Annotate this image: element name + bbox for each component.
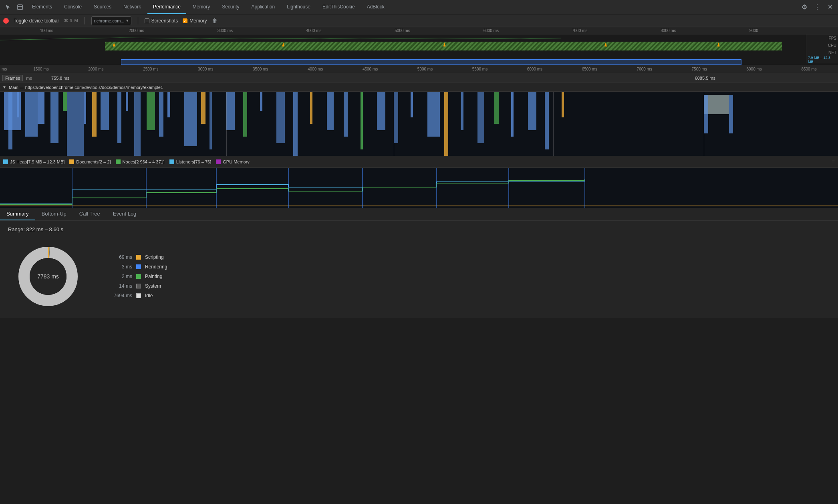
tab-network[interactable]: Network [118, 0, 147, 14]
main-thread-canvas[interactable] [0, 92, 838, 156]
legend-gpu-memory[interactable]: GPU Memory [216, 159, 250, 164]
legend-listeners[interactable]: Listeners[76 – 76] [169, 159, 211, 164]
tick-7000: 7000 ms [572, 28, 661, 33]
tab-security[interactable]: Security [216, 0, 245, 14]
rendering-label: Rendering [145, 264, 167, 270]
tab-console[interactable]: Console [58, 0, 87, 14]
url-display[interactable]: r.chrome.com... ▾ [91, 16, 131, 25]
documents-label: Documents[2 – 2] [76, 159, 111, 164]
toggle-device-label: Toggle device toolbar [14, 18, 59, 24]
performance-toolbar: Toggle device toolbar ⌘ ⇧ M r.chrome.com… [0, 14, 838, 27]
tick-6000: 6000 ms [483, 28, 572, 33]
tab-adblock[interactable]: AdBlock [361, 0, 390, 14]
screenshots-checkbox-label[interactable]: Screenshots [145, 18, 178, 24]
tab-editthiscookie[interactable]: EditThisCookie [317, 0, 361, 14]
tick-5000b: 5000 ms [398, 67, 453, 71]
dropdown-icon[interactable]: ▾ [126, 18, 129, 23]
legend-rendering: 3 ms Rendering [104, 264, 167, 270]
idle-value: 7694 ms [104, 293, 132, 298]
tick-100: 100 ms [40, 28, 129, 33]
tab-bottom-up[interactable]: Bottom-Up [35, 208, 73, 220]
tick-ms: ms [2, 67, 14, 71]
tab-summary[interactable]: Summary [0, 208, 35, 220]
gpu-memory-checkbox[interactable] [216, 159, 221, 164]
dock-icon[interactable] [14, 2, 26, 13]
tick-3500: 3500 ms [233, 67, 288, 71]
cursor-icon[interactable] [2, 2, 14, 13]
tick-6500: 6500 ms [562, 67, 617, 71]
screenshots-checkbox[interactable] [145, 18, 149, 23]
detail-ruler: ms 1500 ms 2000 ms 2500 ms 3000 ms 3500 … [0, 65, 838, 73]
more-options-icon[interactable]: ⋮ [812, 2, 823, 13]
painting-label: Painting [145, 274, 162, 279]
tick-4000b: 4000 ms [288, 67, 343, 71]
painting-value: 2 ms [104, 274, 132, 279]
tick-5000: 5000 ms [395, 28, 483, 33]
settings-icon[interactable]: ⚙ [799, 2, 810, 13]
rendering-color [136, 264, 141, 269]
summary-content: Range: 822 ms – 8.60 s [0, 221, 838, 318]
legend-table: 69 ms Scripting 3 ms Rendering 2 ms Pain… [104, 254, 167, 298]
trash-icon[interactable]: 🗑 [212, 18, 218, 24]
system-color [136, 284, 141, 288]
tick-8500: 8500 ms [782, 67, 836, 71]
legend-idle: 7694 ms Idle [104, 293, 167, 298]
tick-2500: 2500 ms [123, 67, 178, 71]
svg-rect-0 [18, 5, 22, 10]
painting-color [136, 274, 141, 279]
tab-memory[interactable]: Memory [187, 0, 216, 14]
legend-nodes[interactable]: Nodes[2 964 – 4 371] [116, 159, 165, 164]
gpu-memory-label: GPU Memory [223, 159, 250, 164]
main-thread-header: ▼ Main — https://developer.chrome.com/de… [0, 83, 838, 92]
frames-unit: ms [26, 76, 32, 81]
timeline-overview: 100 ms 2000 ms 3000 ms 4000 ms 5000 ms 6… [0, 27, 838, 65]
close-icon[interactable]: ✕ [824, 2, 836, 13]
documents-checkbox[interactable] [69, 159, 74, 164]
donut-chart: 7783 ms [16, 244, 80, 308]
tick-1500: 1500 ms [14, 67, 68, 71]
frame-time-2: 6085.5 ms [695, 76, 715, 81]
heap-label: 7.9 MB – 12.3 MB [806, 56, 838, 63]
screenshots-label: Screenshots [151, 18, 178, 24]
tick-5500: 5500 ms [453, 67, 508, 71]
nodes-label: Nodes[2 964 – 4 371] [123, 159, 165, 164]
scripting-label: Scripting [145, 254, 164, 260]
tab-performance[interactable]: Performance [147, 0, 186, 14]
tab-sources[interactable]: Sources [88, 0, 117, 14]
tab-event-log[interactable]: Event Log [107, 208, 143, 220]
memory-checkbox-label[interactable]: Memory [183, 18, 207, 24]
tick-3000: 3000 ms [218, 28, 306, 33]
scripting-value: 69 ms [104, 254, 132, 260]
js-heap-checkbox[interactable] [3, 159, 8, 164]
tab-elements[interactable]: Elements [26, 0, 58, 14]
legend-menu-icon[interactable]: ≡ [832, 159, 835, 165]
range-label: Range: 822 ms – 8.60 s [8, 226, 830, 232]
legend-js-heap[interactable]: JS Heap[7.9 MB – 12.3 MB] [3, 159, 64, 164]
tab-lighthouse[interactable]: Lighthouse [281, 0, 316, 14]
memory-label: Memory [189, 18, 207, 24]
tick-8000b: 8000 ms [727, 67, 782, 71]
legend-documents[interactable]: Documents[2 – 2] [69, 159, 111, 164]
tick-2000: 2000 ms [129, 28, 217, 33]
tick-6000b: 6000 ms [507, 67, 562, 71]
legend-scripting: 69 ms Scripting [104, 254, 167, 260]
shortcut-label: ⌘ ⇧ M [64, 18, 78, 23]
tick-9000: 9000 [749, 28, 838, 33]
main-thread-label: Main — https://developer.chrome.com/devt… [9, 85, 163, 90]
donut-total: 7783 ms [37, 273, 59, 280]
tick-2000b: 2000 ms [68, 67, 123, 71]
tab-bar: Elements Console Sources Network Perform… [0, 0, 838, 14]
memory-checkbox[interactable] [183, 18, 187, 23]
collapse-icon[interactable]: ▼ [2, 85, 6, 89]
cpu-label: CPU [806, 42, 838, 49]
tab-call-tree[interactable]: Call Tree [73, 208, 107, 220]
listeners-checkbox[interactable] [169, 159, 174, 164]
tab-application[interactable]: Application [246, 0, 281, 14]
legend-painting: 2 ms Painting [104, 274, 167, 279]
frames-bar: Frames ms 755.8 ms 6085.5 ms [0, 73, 838, 83]
record-button[interactable] [3, 18, 9, 24]
nodes-checkbox[interactable] [116, 159, 121, 164]
memory-chart[interactable] [0, 168, 838, 208]
idle-label: Idle [145, 293, 153, 298]
frames-label: Frames [2, 75, 23, 81]
